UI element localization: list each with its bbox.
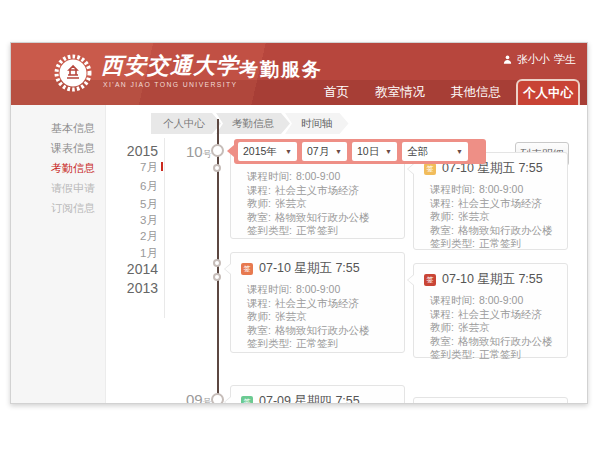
rail-month-1[interactable]: 1月 <box>114 246 158 261</box>
field-value: 8:00-9:00 <box>479 183 523 195</box>
rail-month-7[interactable]: 7月 <box>114 160 158 175</box>
rail-month-5[interactable]: 5月 <box>114 197 158 212</box>
field-value: 社会主义市场经济 <box>458 197 542 209</box>
rail-month-3[interactable]: 3月 <box>114 213 158 228</box>
rail-year-2014[interactable]: 2014 <box>114 261 158 277</box>
person-icon <box>502 54 513 65</box>
breadcrumb: 个人中心 考勤信息 时间轴 <box>151 113 349 134</box>
timeline-node-1 <box>213 164 221 172</box>
rail-year-2013[interactable]: 2013 <box>114 280 158 296</box>
sidebar: 基本信息 课表信息 考勤信息 请假申请 订阅信息 <box>11 105 106 404</box>
year-select[interactable]: 2015年 ▼ <box>238 142 297 161</box>
page: 西安交通大学 XI'AN JIAO TONG UNIVERSITY 考勤服务 张… <box>0 0 600 450</box>
sidebar-item-leave-request[interactable]: 请假申请 <box>51 181 95 196</box>
filter-bar: 2015年 ▼ 07月 ▼ 10日 ▼ 全部 ▼ <box>234 139 486 164</box>
field-label: 签到类型: <box>247 337 292 349</box>
attendance-card: 签 07-09 星期四 7:55 <box>230 385 405 404</box>
attendance-card: 签 07-10 星期五 7:55 课程时间:8:00-9:00 课程:社会主义市… <box>230 252 405 353</box>
university-name-cn: 西安交通大学 <box>101 51 241 81</box>
sidebar-item-attendance-info[interactable]: 考勤信息 <box>51 161 95 176</box>
breadcrumb-attendance-info[interactable]: 考勤信息 <box>216 113 290 134</box>
main-nav: 首页 教室情况 其他信息 <box>324 84 501 101</box>
sidebar-item-schedule-info[interactable]: 课表信息 <box>51 141 95 156</box>
nav-home[interactable]: 首页 <box>324 84 349 101</box>
nav-strip <box>11 80 588 105</box>
field-label: 教室: <box>247 324 271 336</box>
nav-other[interactable]: 其他信息 <box>451 84 501 101</box>
app-title: 考勤服务 <box>239 57 323 83</box>
day-select-value: 10日 <box>357 145 379 159</box>
timeline-node-day09 <box>211 393 224 404</box>
scope-select[interactable]: 全部 ▼ <box>402 142 468 161</box>
field-label: 教室: <box>430 335 454 347</box>
field-label: 教师: <box>430 210 454 222</box>
field-value: 8:00-9:00 <box>296 170 340 182</box>
rail-divider <box>164 138 165 318</box>
university-logo-icon <box>53 53 93 93</box>
field-label: 课程时间: <box>430 183 475 195</box>
card-title: 07-10 星期五 7:55 <box>442 271 543 288</box>
field-value: 正常签到 <box>296 337 338 349</box>
field-label: 签到类型: <box>430 348 475 360</box>
timeline-node-3 <box>213 273 221 281</box>
breadcrumb-personal-center[interactable]: 个人中心 <box>151 113 221 134</box>
field-label: 课程: <box>247 297 271 309</box>
user-role: 学生 <box>554 52 576 67</box>
field-value: 张芸京 <box>458 321 490 333</box>
app-window: 西安交通大学 XI'AN JIAO TONG UNIVERSITY 考勤服务 张… <box>10 42 588 404</box>
sign-stamp-icon: 签 <box>241 263 253 275</box>
field-label: 课程时间: <box>430 294 475 306</box>
month-select-value: 07月 <box>307 145 329 159</box>
field-value: 张芸京 <box>458 210 490 222</box>
rail-year-2015[interactable]: 2015 <box>114 143 158 159</box>
current-month-marker <box>161 162 163 171</box>
sign-stamp-icon: 签 <box>424 163 436 175</box>
day-label-09: 09号 <box>186 391 212 404</box>
header: 西安交通大学 XI'AN JIAO TONG UNIVERSITY 考勤服务 张… <box>11 43 588 105</box>
field-label: 教师: <box>430 321 454 333</box>
chevron-down-icon: ▼ <box>335 148 342 155</box>
field-value: 正常签到 <box>479 237 521 249</box>
user-account[interactable]: 张小小 学生 <box>502 52 576 67</box>
rail-month-6[interactable]: 6月 <box>114 179 158 194</box>
university-name-en: XI'AN JIAO TONG UNIVERSITY <box>103 81 238 88</box>
field-label: 课程: <box>430 197 454 209</box>
nav-personal-center-tab[interactable]: 个人中心 <box>516 79 580 105</box>
scope-select-value: 全部 <box>407 145 428 159</box>
attendance-card: 签 07-10 星期五 7:55 课程时间:8:00-9:00 课程:社会主义市… <box>413 152 568 250</box>
field-value: 格物致知行政办公楼 <box>275 324 370 336</box>
sign-stamp-icon: 签 <box>241 396 253 405</box>
day-label-10: 10号 <box>186 143 212 161</box>
timeline-node-2 <box>213 259 221 267</box>
field-value: 8:00-9:00 <box>296 283 340 295</box>
field-value: 社会主义市场经济 <box>275 297 359 309</box>
month-select[interactable]: 07月 ▼ <box>302 142 347 161</box>
attendance-card <box>413 397 568 404</box>
field-value: 正常签到 <box>479 348 521 360</box>
field-label: 教师: <box>247 197 271 209</box>
field-value: 正常签到 <box>296 224 338 236</box>
rail-month-2[interactable]: 2月 <box>114 229 158 244</box>
sidebar-item-subscription-info[interactable]: 订阅信息 <box>51 201 95 216</box>
field-label: 课程时间: <box>247 283 292 295</box>
card-title: 07-09 星期四 7:55 <box>259 393 360 404</box>
timeline-node-day10 <box>211 144 224 157</box>
card-title: 07-10 星期五 7:55 <box>259 260 360 277</box>
year-select-value: 2015年 <box>243 145 277 159</box>
breadcrumb-timeline[interactable]: 时间轴 <box>285 113 349 134</box>
field-value: 8:00-9:00 <box>479 294 523 306</box>
field-value: 社会主义市场经济 <box>275 184 359 196</box>
sidebar-item-basic-info[interactable]: 基本信息 <box>51 121 95 136</box>
field-value: 社会主义市场经济 <box>458 308 542 320</box>
day-select[interactable]: 10日 ▼ <box>352 142 397 161</box>
field-value: 格物致知行政办公楼 <box>458 224 553 236</box>
nav-classroom[interactable]: 教室情况 <box>375 84 425 101</box>
field-value: 张芸京 <box>275 310 307 322</box>
user-name: 张小小 <box>517 52 550 67</box>
chevron-down-icon: ▼ <box>385 148 392 155</box>
field-label: 课程: <box>247 184 271 196</box>
chevron-down-icon: ▼ <box>456 148 463 155</box>
field-label: 课程: <box>430 308 454 320</box>
field-label: 教室: <box>247 211 271 223</box>
chevron-down-icon: ▼ <box>285 148 292 155</box>
